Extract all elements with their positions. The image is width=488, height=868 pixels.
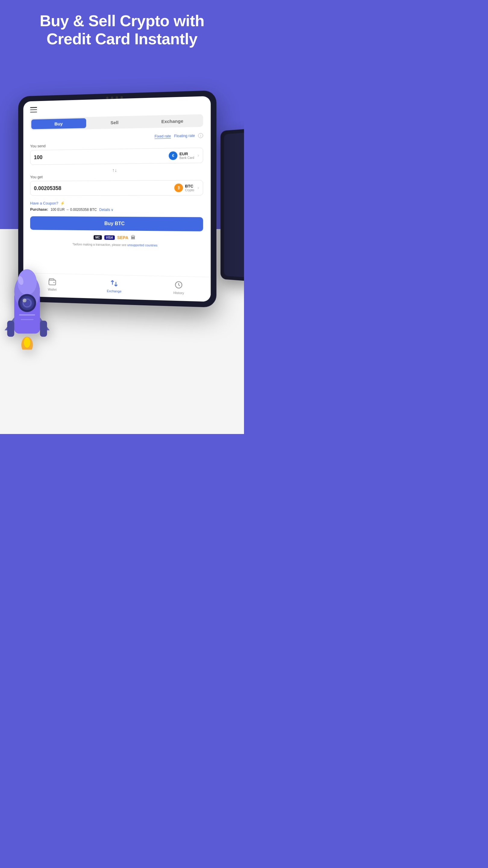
sepa-icon: SEPA: [117, 235, 128, 240]
get-label: You get: [30, 174, 203, 179]
hero-title: Buy & Sell Crypto with Credit Card Insta…: [12, 12, 232, 48]
camera-dot-4: [121, 96, 123, 98]
get-field[interactable]: ₿ BTC Crypto ›: [30, 180, 203, 195]
get-currency-type: Crypto: [185, 188, 194, 192]
rocket-svg: [0, 253, 60, 350]
unsupported-countries-link[interactable]: unsupported countries: [127, 244, 158, 247]
send-currency-code: EUR: [180, 151, 194, 156]
purchase-label: Purchase:: [30, 207, 48, 212]
send-currency-badge[interactable]: € EUR Bank Card ›: [169, 151, 199, 160]
main-tab-bar: Buy Sell Exchange: [30, 114, 203, 130]
fixed-rate-option[interactable]: Fixed rate: [155, 134, 171, 138]
send-amount-input[interactable]: [34, 153, 169, 160]
svg-rect-17: [7, 321, 14, 337]
camera-dot-3: [116, 96, 118, 99]
tab-buy[interactable]: Buy: [31, 118, 87, 129]
send-field[interactable]: € EUR Bank Card ›: [30, 148, 203, 165]
hamburger-menu-icon[interactable]: [30, 107, 37, 113]
svg-point-4: [24, 337, 30, 347]
send-currency-type: Bank Card: [180, 156, 194, 160]
disclaimer: *before making a transaction, please see…: [30, 242, 203, 248]
history-nav-label: History: [173, 291, 184, 295]
hamburger-line-2: [30, 110, 37, 110]
details-chevron-icon: ∨: [111, 207, 113, 212]
disclaimer-text: *before making a transaction, please see: [73, 243, 127, 247]
coupon-row: Have a Coupon? ⚡: [30, 201, 203, 206]
details-link[interactable]: Details ∨: [99, 207, 113, 212]
buy-button[interactable]: Buy BTC: [30, 216, 203, 231]
send-label: You send: [30, 141, 203, 148]
hamburger-line-3: [30, 112, 37, 113]
rocket-illustration: [0, 253, 78, 362]
send-chevron-icon: ›: [197, 153, 199, 158]
lightning-icon: ⚡: [60, 201, 64, 206]
camera-dot-2: [111, 96, 113, 99]
hamburger-line-1: [30, 107, 37, 108]
tab-exchange[interactable]: Exchange: [143, 116, 202, 127]
payment-icons: MC VISA SEPA 🏛: [30, 234, 203, 241]
rate-selector: Fixed rate Floating rate i: [30, 133, 203, 141]
nav-exchange[interactable]: Exchange: [107, 278, 122, 293]
get-currency-code: BTC: [185, 184, 194, 188]
purchase-row: Purchase: 100 EUR → 0.00205358 BTC Detai…: [30, 207, 203, 212]
mastercard-icon: MC: [94, 235, 102, 240]
svg-rect-19: [19, 314, 35, 315]
btc-icon: ₿: [174, 184, 183, 192]
send-currency-info: EUR Bank Card: [180, 151, 194, 159]
swap-icon[interactable]: ↑↓: [30, 167, 203, 174]
get-amount-input[interactable]: [34, 185, 174, 191]
exchange-nav-label: Exchange: [107, 289, 122, 293]
details-text: Details: [99, 207, 110, 212]
history-nav-icon: [174, 280, 184, 290]
floating-rate-option[interactable]: Floating rate: [174, 133, 195, 138]
svg-rect-20: [21, 319, 34, 320]
camera-bar: [106, 96, 123, 99]
get-currency-badge[interactable]: ₿ BTC Crypto ›: [174, 184, 199, 192]
get-currency-info: BTC Crypto: [185, 184, 194, 192]
svg-rect-18: [40, 321, 47, 337]
nav-history[interactable]: History: [173, 280, 184, 295]
tab-sell[interactable]: Sell: [86, 117, 143, 128]
visa-icon: VISA: [104, 235, 115, 240]
eur-icon: €: [169, 151, 178, 160]
get-chevron-icon: ›: [197, 185, 199, 190]
camera-dot-1: [106, 97, 108, 99]
bank-icon: 🏛: [131, 235, 135, 241]
purchase-value: 100 EUR → 0.00205358 BTC: [51, 207, 97, 212]
rate-info-icon[interactable]: i: [198, 133, 203, 138]
exchange-nav-icon: [109, 278, 119, 288]
coupon-link[interactable]: Have a Coupon?: [30, 201, 58, 206]
